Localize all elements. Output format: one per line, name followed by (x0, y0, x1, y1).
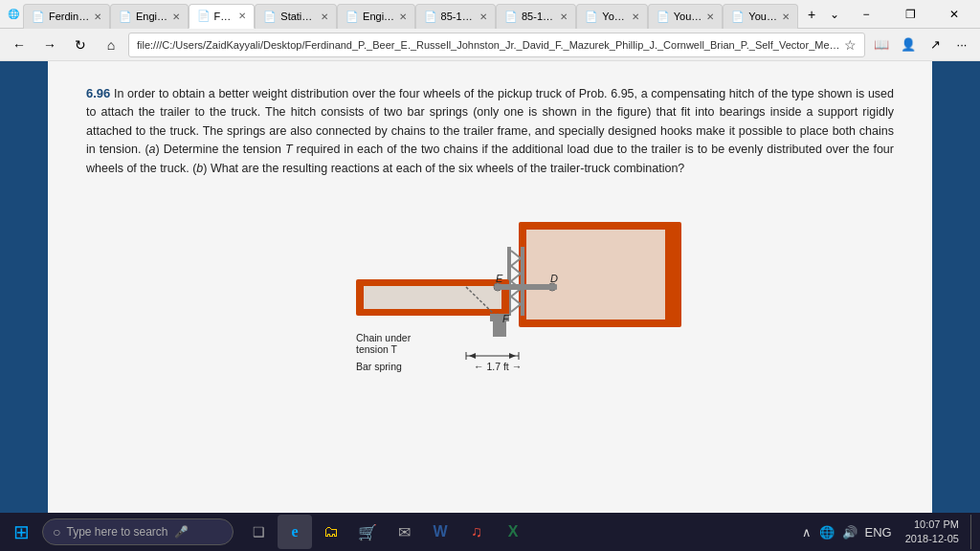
browser-tab-3[interactable]: 📄 Ferdina ✕ (189, 4, 256, 29)
window-icon[interactable]: 🌐 (4, 5, 23, 24)
tab-chevron[interactable]: ⌄ (825, 2, 844, 27)
tab-close-10[interactable]: ✕ (782, 11, 790, 22)
show-desktop-button[interactable] (970, 515, 976, 549)
system-clock[interactable]: 10:07 PM 2018-12-05 (900, 518, 965, 547)
address-actions: 📖 👤 ↗ ··· (869, 33, 974, 57)
tab-label-2: Engineerin (136, 11, 168, 22)
back-button[interactable]: ← (6, 32, 33, 58)
address-box[interactable]: file:///C:/Users/ZaidKayyali/Desktop/Fer… (128, 33, 865, 57)
figure-area: E D F Chain under tension T Bar spring ←… (86, 193, 894, 385)
address-bar: ← → ↻ ⌂ file:///C:/Users/ZaidKayyali/Des… (0, 29, 980, 61)
clock-time: 10:07 PM (905, 518, 959, 532)
url-text: file:///C:/Users/ZaidKayyali/Desktop/Fer… (137, 39, 840, 51)
start-button[interactable]: ⊞ (4, 515, 38, 549)
svg-rect-1 (526, 230, 665, 320)
left-sidebar (0, 61, 48, 551)
tab-close-6[interactable]: ✕ (479, 11, 487, 22)
task-view-button[interactable]: ❑ (241, 515, 276, 549)
svg-marker-25 (509, 353, 516, 359)
chain-label-1: Chain under (356, 332, 412, 343)
tab-close-2[interactable]: ✕ (172, 11, 180, 22)
svg-rect-11 (521, 247, 524, 316)
page-content: 6.96 In order to obtain a better weight … (48, 61, 932, 551)
browser-tab-1[interactable]: 📄 Ferdinand_... ✕ (23, 4, 110, 29)
file-explorer-icon[interactable]: 🗂 (314, 515, 348, 549)
titlebar-left: 🌐 (4, 5, 23, 24)
tab-label-9: You're not (674, 11, 703, 22)
browser-tab-2[interactable]: 📄 Engineerin ✕ (110, 4, 189, 29)
more-button[interactable]: ··· (949, 33, 974, 57)
tab-icon-3: 📄 (197, 10, 211, 23)
groove-icon[interactable]: ♫ (459, 515, 494, 549)
minimize-button[interactable]: − (844, 0, 888, 29)
tab-close-5[interactable]: ✕ (399, 11, 407, 22)
tab-label-5: Engineerin (363, 11, 395, 22)
share-button[interactable]: ↗ (923, 33, 947, 57)
tab-close-9[interactable]: ✕ (706, 11, 714, 22)
tab-icon-9: 📄 (657, 10, 670, 23)
chain-label-2: tension T (356, 343, 398, 355)
excel-icon[interactable]: X (496, 515, 530, 549)
new-tab-button[interactable]: + (798, 2, 825, 27)
title-bar: 🌐 📄 Ferdinand_... ✕ 📄 Engineerin ✕ 📄 Fer… (0, 0, 980, 29)
titlebar-right: − ❐ ✕ (844, 0, 976, 29)
browser-tab-5[interactable]: 📄 Engineerin ✕ (337, 4, 415, 29)
problem-text-content: In order to obtain a better weight distr… (86, 87, 894, 175)
tab-close-1[interactable]: ✕ (94, 11, 101, 22)
svg-rect-13 (364, 286, 501, 309)
tab-label-10: You're not (748, 11, 778, 22)
profile-button[interactable]: 👤 (896, 33, 921, 57)
right-sidebar (932, 61, 980, 551)
tab-icon-6: 📄 (424, 10, 437, 23)
browser-tab-7[interactable]: 📄 85-111 F95 ✕ (496, 4, 576, 29)
browser-tab-10[interactable]: 📄 You're not ✕ (723, 4, 798, 29)
tab-close-7[interactable]: ✕ (560, 11, 568, 22)
taskbar: ⊞ ○ Type here to search 🎤 ❑ e 🗂 🛒 ✉ W ♫ … (0, 513, 980, 551)
browser-tab-8[interactable]: 📄 YouTube ✕ (576, 4, 647, 29)
network-icon[interactable]: 🌐 (817, 523, 836, 541)
close-button[interactable]: ✕ (932, 0, 976, 29)
figure-container: E D F Chain under tension T Bar spring ←… (299, 193, 681, 385)
language-indicator[interactable]: ENG (863, 523, 894, 541)
favorite-star[interactable]: ☆ (844, 37, 857, 53)
store-icon[interactable]: 🛒 (350, 515, 385, 549)
word-icon[interactable]: W (423, 515, 457, 549)
tab-icon-4: 📄 (263, 10, 277, 23)
tab-icon-2: 📄 (119, 10, 132, 23)
tabs-area: 📄 Ferdinand_... ✕ 📄 Engineerin ✕ 📄 Ferdi… (23, 0, 798, 29)
tab-label-4: Statics, R.C (280, 11, 317, 22)
tray-chevron[interactable]: ∧ (800, 523, 813, 541)
svg-rect-18 (495, 284, 557, 290)
tab-label-7: 85-111 F95 (522, 11, 556, 22)
mail-icon[interactable]: ✉ (387, 515, 421, 549)
figure-svg: E D F Chain under tension T Bar spring ←… (299, 193, 681, 385)
clock-date: 2018-12-05 (905, 532, 959, 546)
bar-spring-label: Bar spring (356, 361, 402, 372)
tab-label-6: 85-111 F95 (441, 11, 476, 22)
reader-mode-button[interactable]: 📖 (869, 33, 894, 57)
tab-icon-8: 📄 (585, 10, 598, 23)
refresh-button[interactable]: ↻ (67, 32, 94, 58)
restore-button[interactable]: ❐ (888, 0, 932, 29)
speaker-icon[interactable]: 🔊 (840, 523, 859, 541)
content-area: 6.96 In order to obtain a better weight … (48, 61, 932, 551)
system-tray: ∧ 🌐 🔊 ENG (800, 523, 894, 541)
label-E: E (496, 273, 503, 284)
home-button[interactable]: ⌂ (98, 32, 124, 58)
tab-close-4[interactable]: ✕ (321, 11, 328, 22)
tab-close-3[interactable]: ✕ (238, 11, 246, 21)
tab-close-8[interactable]: ✕ (632, 11, 639, 22)
browser-tab-9[interactable]: 📄 You're not ✕ (648, 4, 724, 29)
search-box[interactable]: ○ Type here to search 🎤 (42, 518, 234, 545)
browser-body: 6.96 In order to obtain a better weight … (0, 61, 980, 551)
edge-icon[interactable]: e (278, 515, 312, 549)
browser-tab-6[interactable]: 📄 85-111 F95 ✕ (415, 4, 496, 29)
microphone-icon: 🎤 (174, 525, 189, 539)
svg-marker-24 (469, 353, 476, 359)
label-D: D (550, 273, 558, 284)
tab-icon-1: 📄 (32, 10, 45, 23)
forward-button[interactable]: → (36, 32, 63, 58)
problem-paragraph: 6.96 In order to obtain a better weight … (86, 84, 894, 178)
tab-label-8: YouTube (602, 11, 627, 22)
browser-tab-4[interactable]: 📄 Statics, R.C ✕ (255, 4, 337, 29)
